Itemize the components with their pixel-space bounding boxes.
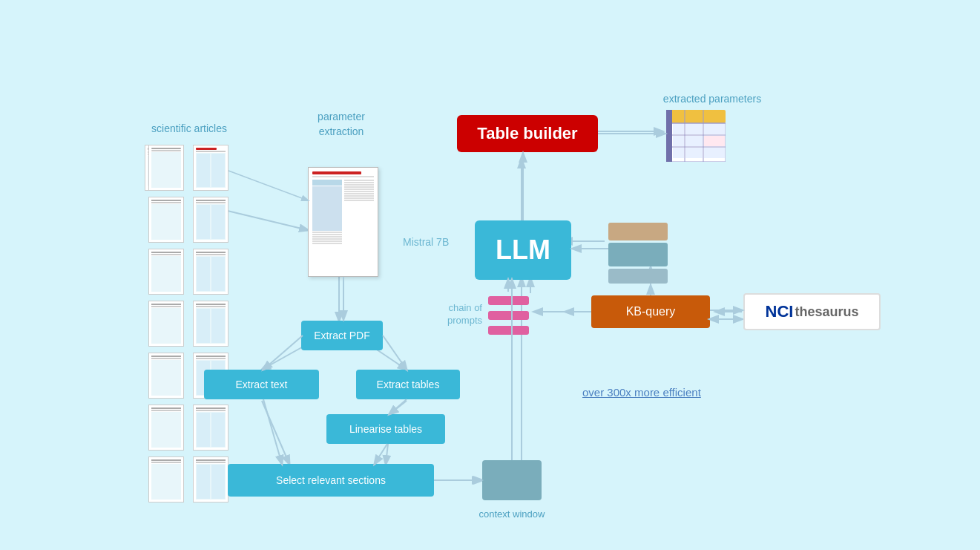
svg-rect-30 [704, 136, 725, 146]
article-pages-col1 [148, 145, 184, 502]
article-pages-col2 [193, 145, 228, 502]
svg-line-5 [386, 444, 388, 464]
article-document [308, 167, 378, 277]
svg-rect-26 [685, 124, 703, 134]
select-relevant-box: Select relevant sections [228, 464, 434, 497]
table-builder-box: Table builder [457, 115, 598, 152]
svg-rect-33 [704, 148, 725, 158]
svg-rect-17 [666, 110, 726, 123]
svg-rect-24 [666, 110, 672, 162]
chain-of-prompts-icon [488, 293, 529, 338]
svg-line-38 [389, 399, 407, 414]
extract-text-box: Extract text [204, 370, 319, 399]
llm-box: LLM [475, 220, 571, 280]
extract-pdf-box: Extract PDF [301, 321, 383, 350]
svg-line-40 [263, 399, 282, 464]
svg-rect-28 [673, 136, 684, 146]
svg-line-0 [215, 208, 308, 230]
context-window-box [482, 460, 542, 500]
stack-box-tan [608, 223, 668, 240]
table-icon [666, 110, 726, 162]
svg-rect-32 [685, 148, 703, 158]
scientific-articles-label: scientific articles [145, 122, 234, 134]
svg-line-34 [228, 171, 308, 200]
diagram-container: scientific articles [0, 0, 980, 550]
svg-line-39 [375, 444, 387, 464]
context-window-label: context window [471, 508, 553, 520]
stack-box-blue2 [608, 269, 668, 284]
parameter-extraction-label: parameter extraction [297, 110, 386, 139]
svg-rect-31 [673, 148, 684, 158]
chain-of-prompts-label: chain of prompts [423, 302, 482, 327]
svg-rect-25 [673, 124, 684, 134]
svg-line-6 [262, 401, 289, 464]
svg-line-4 [389, 401, 407, 414]
stack-box-blue1 [608, 243, 668, 266]
svg-line-37 [383, 335, 407, 370]
nci-text-gray: thesaurus [795, 304, 858, 320]
linearise-tables-box: Linearise tables [326, 414, 445, 444]
kb-query-box: KB-query [591, 295, 710, 328]
efficiency-link[interactable]: over 300x more efficient [582, 386, 701, 399]
svg-rect-27 [704, 124, 725, 134]
mistral-label: Mistral 7B [403, 236, 449, 248]
nci-thesaurus-box: NCI thesaurus [743, 293, 881, 330]
extracted-parameters-label: extracted parameters [653, 93, 772, 105]
svg-rect-29 [685, 136, 703, 146]
extract-tables-box: Extract tables [356, 370, 460, 399]
nci-text-blue: NCI [766, 302, 794, 321]
svg-line-36 [263, 335, 303, 370]
